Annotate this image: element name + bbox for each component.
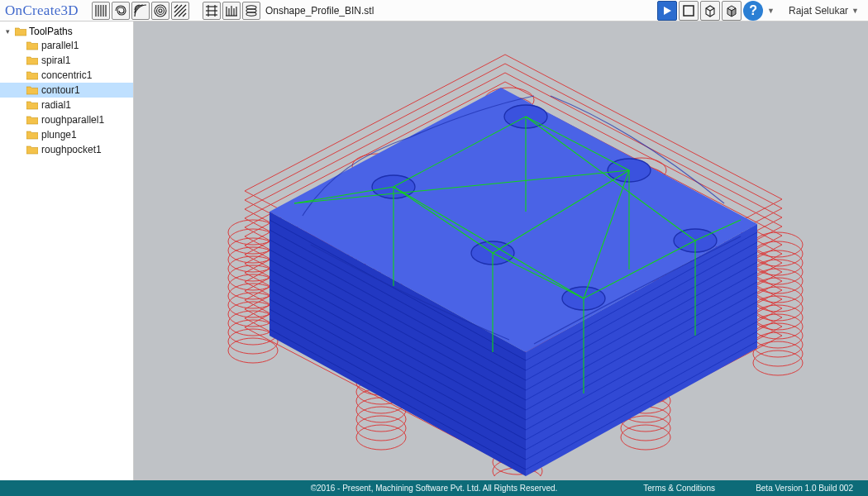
footer-copyright: ©2016 - Present, Machining Software Pvt.… — [311, 484, 558, 493]
tree-item-label: spiral1 — [41, 55, 70, 66]
pattern-stack-icon[interactable] — [242, 2, 260, 20]
tree-item-contour1[interactable]: contour1 — [0, 83, 133, 98]
svg-line-9 — [174, 5, 182, 12]
cube-solid-button[interactable] — [722, 1, 742, 21]
svg-line-11 — [179, 9, 186, 17]
folder-icon — [26, 55, 38, 65]
tree-item-label: plunge1 — [41, 129, 77, 141]
footer-version: Beta Version 1.0 Build 002 — [756, 484, 853, 493]
view-controls: ? ▼ — [657, 1, 780, 21]
user-name: Rajat Selukar — [789, 5, 848, 17]
footer-terms-link[interactable]: Terms & Conditions — [643, 484, 715, 493]
main-area: ▾ ToolPaths parallel1spiral1concentric1c… — [0, 21, 868, 480]
pattern-comb-icon[interactable] — [222, 2, 241, 20]
tree-item-concentric1[interactable]: concentric1 — [0, 68, 133, 83]
svg-line-12 — [183, 13, 186, 17]
tree-root-label: ToolPaths — [29, 26, 73, 37]
tree-item-radial1[interactable]: radial1 — [0, 98, 133, 112]
frame-view-button[interactable] — [679, 1, 699, 21]
folder-icon — [26, 115, 38, 125]
help-dropdown-caret[interactable]: ▼ — [767, 7, 775, 15]
svg-rect-28 — [684, 6, 694, 16]
help-button[interactable]: ? — [743, 1, 763, 21]
folder-icon — [26, 70, 38, 80]
tree-item-roughparallel1[interactable]: roughparallel1 — [0, 112, 133, 127]
svg-line-31 — [710, 8, 714, 11]
pattern-diagonal-icon[interactable] — [171, 2, 189, 20]
filename-label: Onshape_Profile_BIN.stl — [264, 5, 374, 17]
footer-bar: ©2016 - Present, Machining Software Pvt.… — [0, 480, 868, 496]
folder-icon — [26, 100, 38, 110]
app-logo: OnCreate3D — [0, 2, 88, 19]
svg-line-30 — [706, 8, 710, 11]
folder-icon — [26, 145, 38, 155]
user-menu[interactable]: Rajat Selukar ▼ — [780, 5, 868, 17]
svg-point-6 — [156, 7, 164, 14]
user-caret-icon: ▼ — [851, 7, 859, 15]
pattern-rings-icon[interactable] — [151, 2, 169, 20]
tree-item-plunge1[interactable]: plunge1 — [0, 127, 133, 142]
3d-viewport[interactable] — [134, 21, 868, 480]
tree-item-label: roughpocket1 — [41, 144, 102, 155]
tree-item-roughpocket1[interactable]: roughpocket1 — [0, 142, 133, 157]
model-render — [145, 26, 856, 476]
tree-item-label: parallel1 — [41, 40, 79, 51]
tree-item-spiral1[interactable]: spiral1 — [0, 53, 133, 68]
svg-line-8 — [174, 5, 178, 8]
folder-icon — [26, 85, 38, 95]
collapse-icon[interactable]: ▾ — [3, 27, 12, 36]
tree-item-label: radial1 — [41, 99, 71, 111]
top-toolbar: OnCreate3D Onshape_Profile_BIN.stl — [0, 0, 868, 21]
folder-icon — [15, 26, 26, 36]
folder-icon — [26, 41, 38, 50]
toolpath-pattern-group1 — [88, 2, 193, 20]
tree-item-label: roughparallel1 — [41, 114, 104, 126]
tree-root-toolpaths[interactable]: ▾ ToolPaths — [0, 25, 133, 38]
tree-item-label: contour1 — [41, 84, 80, 96]
svg-marker-27 — [664, 7, 671, 15]
folder-icon — [26, 130, 38, 140]
tree-sidebar: ▾ ToolPaths parallel1spiral1concentric1c… — [0, 21, 134, 480]
tree-item-parallel1[interactable]: parallel1 — [0, 38, 133, 53]
pattern-parallel-icon[interactable] — [92, 2, 110, 20]
pattern-concentric-icon[interactable] — [131, 2, 150, 20]
tree-item-label: concentric1 — [41, 69, 92, 81]
play-button[interactable] — [657, 1, 677, 21]
pattern-hatch-icon[interactable] — [203, 2, 221, 20]
pattern-spiral-icon[interactable] — [112, 2, 130, 20]
toolpath-pattern-group2 — [199, 2, 264, 20]
svg-point-7 — [159, 9, 162, 12]
cube-wire-button[interactable] — [700, 1, 720, 21]
